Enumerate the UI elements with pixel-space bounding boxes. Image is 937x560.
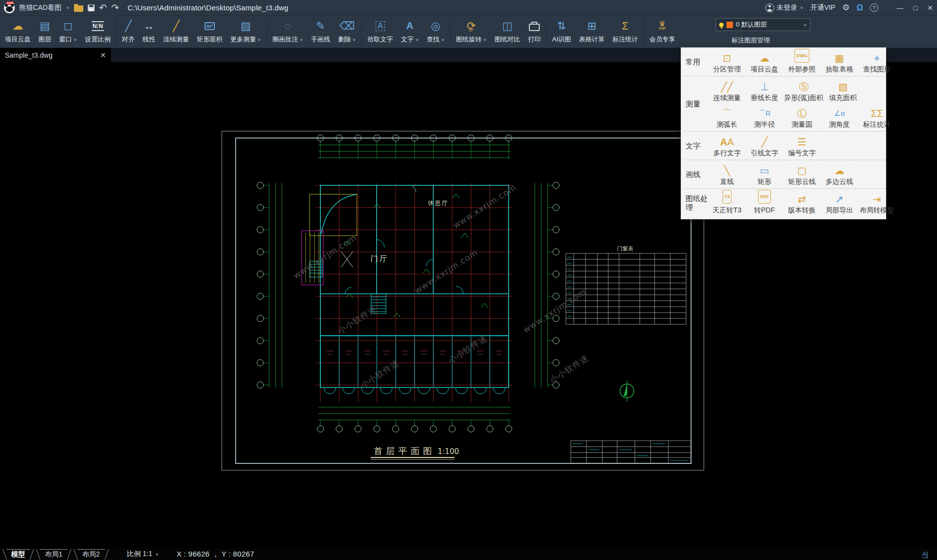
toolbar-set-scale[interactable]: N:N 设置比例 (81, 16, 114, 48)
ai-sliders-icon (557, 17, 566, 35)
panel-item-hatch-area[interactable]: 填充面积 (824, 79, 862, 103)
toolbar-rotate-drawing[interactable]: 90° 图纸旋转∨ (452, 16, 490, 48)
vip-features-panel: 常用 分区管理 项目云盘 DWG外部参照 拾取表格 查找图形 测量 ╱连续测量 … (681, 47, 886, 219)
panel-item-line[interactable]: 直线 (708, 163, 746, 186)
toolbar-align[interactable]: 对齐 (118, 16, 139, 48)
panel-item-tianzheng-t3[interactable]: T3天正转T3 (708, 191, 746, 215)
panel-item-layout-to-model[interactable]: 布局转模型 (858, 191, 896, 215)
panel-item-measure-angle[interactable]: 测角度 (821, 105, 858, 129)
panel-item-measure-radius[interactable]: 测半径 (746, 105, 783, 129)
panel-item-continuous-measure[interactable]: ╱连续测量 (708, 79, 746, 103)
svg-text:小小软件迷: 小小软件迷 (335, 304, 378, 336)
panel-item-mtext[interactable]: A多行文字 (708, 134, 746, 158)
panel-item-partition-manage[interactable]: 分区管理 (708, 50, 746, 74)
support-headset-icon[interactable]: Ω (857, 3, 863, 12)
toolbar-project-cloud[interactable]: 项目云盘 (1, 16, 35, 48)
help-icon[interactable]: ? (870, 3, 878, 12)
account-menu[interactable]: 未登录 ∨ (765, 3, 803, 12)
panel-category: 文字 (683, 141, 708, 150)
panel-item-perpendicular-length[interactable]: 垂线长度 (746, 79, 783, 103)
scale-ratio-icon: N:N (92, 17, 104, 35)
panel-section-drawing-process: 图纸处理 T3天正转T3 PDF转PDF 版本转换 局部导出 布局转模型 (683, 189, 886, 217)
app-name[interactable]: 熊猫CAD看图 (19, 3, 62, 12)
toolbar-separator (361, 18, 362, 45)
svg-text:小小软件迷: 小小软件迷 (547, 353, 590, 385)
toolbar-find[interactable]: 查找∨ (423, 16, 449, 48)
panel-item-to-pdf[interactable]: PDF转PDF (746, 191, 783, 215)
redo-button[interactable]: ↷ (111, 4, 119, 11)
toolbar-rect-area[interactable]: m² 矩形面积 (193, 16, 226, 48)
toolbar-separator (546, 18, 547, 45)
toolbar-compare-drawings[interactable]: 图纸对比 (490, 16, 524, 48)
panel-item-dim-statistics[interactable]: Σ标注统计 (858, 105, 896, 129)
table-icon (587, 17, 596, 35)
status-bar: 模型 布局1 布局2 比例 1:1 ∨ X : 96626 ， Y : 8026… (0, 548, 937, 560)
numbered-list-icon (798, 134, 806, 148)
panel-item-version-convert[interactable]: 版本转换 (783, 191, 821, 215)
open-file-button[interactable] (74, 4, 83, 12)
undo-button[interactable]: ↶ (99, 4, 107, 11)
toolbar-text[interactable]: 文字∨ (397, 16, 422, 48)
toolbar-revision-cloud[interactable]: 圈画批注∨ (269, 16, 307, 48)
current-layer: 0 默认图层 (736, 20, 800, 29)
layer-selector[interactable]: 0 默认图层 ∨ (716, 18, 810, 31)
panel-item-measure-arc[interactable]: 测弧长 (708, 105, 746, 129)
toolbar-continuous-measure[interactable]: 连续测量 (159, 16, 193, 48)
panel-item-find-shape[interactable]: 查找图形 (858, 50, 896, 74)
line-icon (724, 163, 730, 176)
settings-gear-icon[interactable]: ⚙ (842, 2, 850, 13)
chevron-down-icon: ∨ (155, 552, 159, 557)
maximize-button[interactable]: □ (913, 4, 917, 12)
svg-text:www.xxrjm.com: www.xxrjm.com (521, 287, 588, 335)
arc-icon (722, 105, 732, 119)
align-ruler-icon (125, 17, 132, 35)
panel-item-partial-export[interactable]: 局部导出 (821, 191, 858, 215)
svg-text:首层平面图: 首层平面图 (374, 446, 435, 456)
panel-item-leader-text[interactable]: 引线文字 (746, 134, 783, 158)
panel-item-xref[interactable]: DWG外部参照 (783, 50, 821, 74)
file-path: C:\Users\Administrator\Desktop\Sample_t3… (128, 3, 288, 12)
toolbar-freehand[interactable]: 手画线 (307, 16, 334, 48)
layer-visibility-bulb-icon[interactable] (719, 23, 724, 27)
toolbar-layers[interactable]: 图层 (35, 16, 55, 48)
toolbar-more-measure[interactable]: 更多测量∨ (226, 16, 265, 48)
toolbar-table-calc[interactable]: 表格计算 (575, 16, 609, 48)
partition-icon (723, 50, 731, 64)
panel-item-poly-cloud[interactable]: 多边云线 (821, 163, 858, 186)
minimize-button[interactable]: — (897, 4, 903, 12)
toolbar-window[interactable]: 窗口∨ (55, 16, 81, 48)
tab-model[interactable]: 模型 (2, 549, 35, 560)
rectangle-icon (760, 163, 769, 176)
toolbar-linear-dim[interactable]: 线性 (139, 16, 159, 48)
chevron-down-icon: ∨ (73, 37, 77, 42)
layer-color-swatch (727, 22, 733, 28)
close-tab-icon[interactable]: ✕ (100, 51, 106, 59)
scale-selector[interactable]: 比例 1:1 ∨ (127, 550, 159, 559)
panel-item-rect-cloud[interactable]: 矩形云线 (783, 163, 821, 186)
document-tab[interactable]: Sample_t3.dwg ✕ (0, 48, 111, 62)
text-cursor-icon[interactable] (922, 550, 928, 558)
panel-item-irregular-area[interactable]: 异形(弧)面积 (783, 79, 824, 103)
document-tab-label: Sample_t3.dwg (5, 51, 53, 59)
panel-item-rectangle[interactable]: 矩形 (746, 163, 783, 186)
toolbar-print[interactable]: 打印 (524, 16, 545, 48)
save-button[interactable] (88, 4, 95, 11)
tab-layout2[interactable]: 布局2 (73, 549, 109, 560)
linear-dim-icon (143, 17, 154, 35)
panel-item-pick-table[interactable]: 拾取表格 (821, 50, 858, 74)
toolbar-ai-recognize[interactable]: AI识图 (548, 16, 575, 48)
panel-item-project-cloud[interactable]: 项目云盘 (746, 50, 783, 74)
tab-layout1[interactable]: 布局1 (35, 549, 72, 560)
layer-manage-label[interactable]: 标注图层管理 (731, 36, 810, 45)
panel-item-number-text[interactable]: 编号文字 (783, 134, 821, 158)
open-vip-button[interactable]: 开通VIP (810, 3, 835, 12)
close-button[interactable]: ✕ (927, 4, 933, 12)
toolbar-vip-exclusive[interactable]: ♛VIP 会员专享 (646, 16, 679, 48)
stairs (310, 261, 386, 314)
chevron-down-icon[interactable]: ∨ (66, 5, 69, 10)
toolbar-delete[interactable]: 删除∨ (334, 16, 360, 48)
panel-item-measure-circle[interactable]: 测量圆 (783, 105, 821, 129)
toolbar-dim-statistics[interactable]: 标注统计 (609, 16, 642, 48)
chevron-down-icon: ∨ (300, 37, 303, 42)
toolbar-pick-text[interactable]: 拾取文字 (363, 16, 397, 48)
